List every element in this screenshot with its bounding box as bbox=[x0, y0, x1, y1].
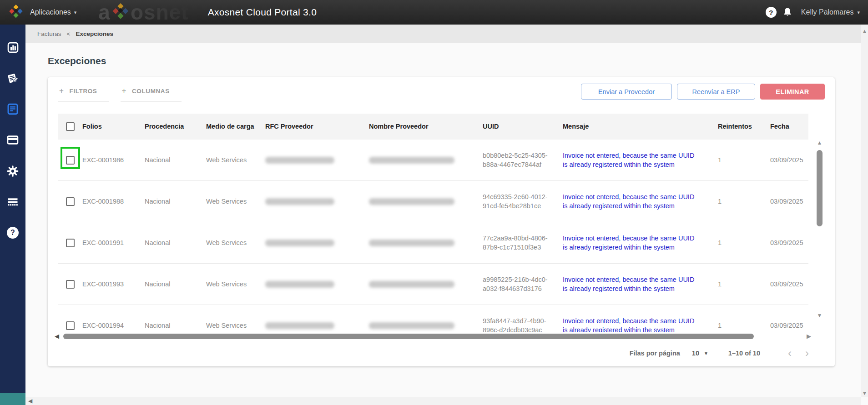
page-vertical-scrollbar[interactable]: ▲ ▼ bbox=[861, 25, 868, 397]
credit-card-icon bbox=[6, 134, 19, 146]
send-to-provider-button[interactable]: Enviar a Proveedor bbox=[581, 84, 672, 100]
nombre-redacted-value bbox=[369, 198, 454, 205]
sidebar-item-documents-active[interactable] bbox=[6, 103, 19, 115]
procedencia-value: Nacional bbox=[145, 238, 206, 247]
columns-toggle-label: COLUMNAS bbox=[132, 88, 170, 95]
scroll-right-icon[interactable]: ▶ bbox=[807, 333, 811, 339]
mensaje-value: Invoice not entered, because the same UU… bbox=[563, 151, 718, 170]
scrollbar-corner bbox=[0, 393, 25, 405]
fecha-value: 03/09/2025 bbox=[770, 197, 808, 206]
rfc-redacted-value bbox=[265, 240, 334, 246]
filters-toggle[interactable]: + FILTROS bbox=[58, 86, 109, 101]
table-vertical-scrollbar[interactable]: ▲ ▼ bbox=[816, 140, 823, 318]
medio-value: Web Services bbox=[206, 238, 265, 247]
mensaje-value: Invoice not entered, because the same UU… bbox=[563, 192, 718, 211]
folio-value: EXC-0001986 bbox=[82, 155, 145, 165]
row-checkbox[interactable] bbox=[66, 197, 75, 206]
column-header-folios: Folios bbox=[82, 122, 145, 131]
nombre-redacted-value bbox=[369, 281, 454, 288]
question-mark-glyph: ? bbox=[769, 9, 773, 16]
uuid-value: b0b80eb2-5c25-4305-b88a-4467ec7844af bbox=[483, 151, 563, 170]
procedencia-value: Nacional bbox=[145, 197, 206, 206]
horizontal-scrollbar-thumb[interactable] bbox=[63, 334, 754, 339]
plus-icon: + bbox=[121, 86, 126, 95]
folio-value: EXC-0001993 bbox=[82, 280, 145, 289]
breadcrumb: Facturas < Excepciones bbox=[25, 25, 868, 43]
folio-value: EXC-0001988 bbox=[82, 197, 145, 206]
axosnet-portal-page: Aplicaciones ▾ a osnet Axosnet Cloud Por… bbox=[0, 0, 868, 405]
highlight-box bbox=[61, 147, 80, 169]
table-row: EXC-0001993 Nacional Web Services a99852… bbox=[58, 264, 808, 305]
fecha-value: 03/09/2025 bbox=[770, 321, 808, 330]
rfc-redacted-value bbox=[265, 281, 334, 288]
rfc-redacted-value bbox=[265, 322, 334, 329]
question-circle-icon: ? bbox=[7, 227, 19, 239]
nombre-redacted-value bbox=[369, 240, 454, 246]
table-body: EXC-0001986 Nacional Web Services b0b80e… bbox=[58, 140, 808, 332]
scroll-up-icon[interactable]: ▲ bbox=[817, 140, 823, 145]
column-header-uuid: UUID bbox=[483, 122, 563, 131]
folio-value: EXC-0001991 bbox=[82, 238, 145, 247]
user-menu[interactable]: Kelly Palomares ▾ bbox=[801, 8, 860, 16]
applications-menu[interactable]: Aplicaciones ▾ bbox=[30, 8, 76, 16]
axosnet-logo-watermark-icon bbox=[111, 3, 130, 21]
pagination-range: 1–10 of 10 bbox=[728, 350, 760, 357]
column-header-mensaje: Mensaje bbox=[563, 122, 718, 131]
resend-to-erp-button[interactable]: Reenvíar a ERP bbox=[677, 84, 755, 100]
sidebar-item-settings[interactable] bbox=[6, 165, 19, 177]
columns-toggle[interactable]: + COLUMNAS bbox=[121, 86, 181, 101]
row-checkbox[interactable] bbox=[66, 321, 75, 330]
sidebar-item-payments[interactable] bbox=[6, 134, 19, 146]
uuid-value: 77c2aa9a-80bd-4806-87b9-c1c71510f3e3 bbox=[483, 234, 563, 252]
table-row: EXC-0001988 Nacional Web Services 94c693… bbox=[58, 181, 808, 222]
delete-button[interactable]: ELIMINAR bbox=[760, 84, 825, 100]
exceptions-card: + FILTROS + COLUMNAS Enviar a Proveedor … bbox=[48, 77, 835, 366]
fecha-value: 03/09/2025 bbox=[770, 155, 808, 165]
previous-page-button[interactable]: ‹ bbox=[781, 347, 798, 360]
reintentos-value: 1 bbox=[718, 197, 770, 206]
rows-per-page-value: 10 bbox=[692, 350, 699, 357]
rows-per-page-select[interactable]: 10 ▼ bbox=[692, 350, 708, 357]
row-checkbox[interactable] bbox=[66, 239, 75, 247]
folio-value: EXC-0001994 bbox=[82, 321, 145, 330]
axosnet-logo-icon bbox=[8, 5, 24, 20]
watermark-suffix: osnet bbox=[131, 0, 189, 25]
chevron-down-icon: ▾ bbox=[857, 10, 860, 15]
page-title: Excepciones bbox=[48, 55, 868, 66]
rows-per-page-label: Filas por página bbox=[630, 350, 680, 357]
sidebar-item-help[interactable]: ? bbox=[6, 226, 19, 239]
scroll-left-icon[interactable]: ◀ bbox=[28, 398, 32, 404]
next-page-button[interactable]: › bbox=[798, 347, 816, 360]
table-header: Folios Procedencia Medio de carga RFC Pr… bbox=[58, 114, 808, 140]
table-row: EXC-0001986 Nacional Web Services b0b80e… bbox=[58, 140, 808, 181]
scroll-down-icon[interactable]: ▼ bbox=[817, 313, 823, 318]
sidebar-item-capture[interactable] bbox=[6, 72, 19, 85]
select-all-checkbox[interactable] bbox=[66, 122, 75, 131]
row-checkbox[interactable] bbox=[66, 280, 75, 289]
sidebar-item-dashboard[interactable] bbox=[6, 41, 19, 54]
scroll-left-icon[interactable]: ◀ bbox=[55, 333, 59, 339]
table-row: EXC-0001991 Nacional Web Services 77c2aa… bbox=[58, 222, 808, 264]
scroll-down-icon[interactable]: ▼ bbox=[862, 390, 867, 396]
applications-menu-label: Aplicaciones bbox=[30, 8, 71, 16]
page-horizontal-scrollbar[interactable]: ◀ bbox=[0, 397, 861, 405]
bar-chart-icon bbox=[7, 41, 19, 54]
chevron-down-icon: ▼ bbox=[704, 351, 708, 356]
column-header-reintentos: Reintentos bbox=[718, 122, 770, 131]
main-content: Facturas < Excepciones Excepciones + FIL… bbox=[25, 25, 868, 405]
watermark-prefix: a bbox=[98, 0, 111, 25]
notifications-bell-icon[interactable] bbox=[782, 7, 793, 18]
breadcrumb-parent[interactable]: Facturas bbox=[37, 30, 61, 37]
column-header-procedencia: Procedencia bbox=[145, 122, 206, 131]
table-horizontal-scrollbar[interactable]: ◀ ▶ bbox=[48, 332, 835, 340]
vertical-scrollbar-thumb[interactable] bbox=[817, 150, 823, 226]
sidebar-item-catalogs[interactable] bbox=[6, 195, 19, 208]
document-lines-icon bbox=[6, 103, 19, 115]
brand-watermark: a osnet bbox=[98, 0, 188, 25]
medio-value: Web Services bbox=[206, 155, 265, 165]
help-icon[interactable]: ? bbox=[766, 7, 777, 18]
reintentos-value: 1 bbox=[718, 238, 770, 247]
scroll-up-icon[interactable]: ▲ bbox=[862, 28, 867, 34]
procedencia-value: Nacional bbox=[145, 280, 206, 289]
nombre-redacted-value bbox=[369, 322, 454, 329]
